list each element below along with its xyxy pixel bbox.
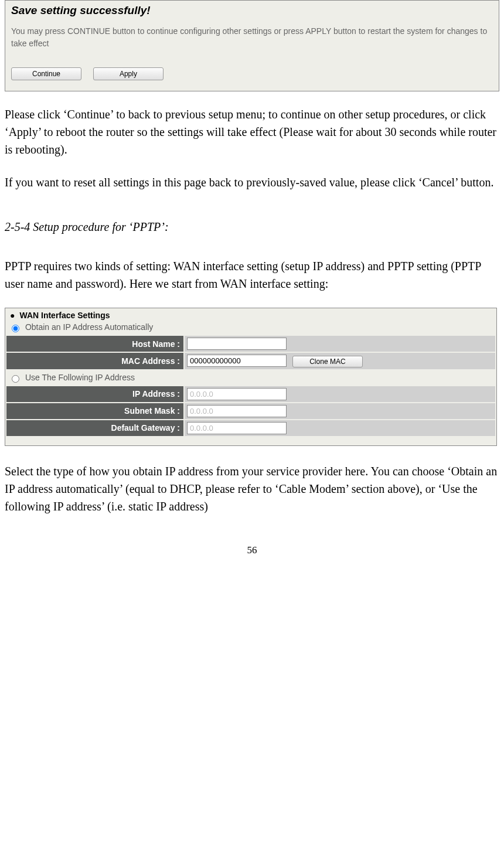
bullet-icon: ● bbox=[10, 311, 15, 320]
radio-use-static-label: Use The Following IP Address bbox=[25, 373, 135, 382]
subnet-mask-label: Subnet Mask : bbox=[6, 403, 183, 419]
page-number: 56 bbox=[5, 544, 499, 556]
save-success-dialog: Save setting successfully! You may press… bbox=[5, 0, 499, 91]
section-heading-pptp: 2-5-4 Setup procedure for ‘PPTP’: bbox=[5, 220, 499, 234]
radio-row-auto[interactable]: Obtain an IP Address Automatically bbox=[5, 320, 496, 335]
paragraph-cancel: If you want to reset all settings in thi… bbox=[5, 173, 499, 191]
dialog-text: You may press CONTINUE button to continu… bbox=[11, 25, 493, 50]
apply-button[interactable]: Apply bbox=[93, 67, 164, 80]
radio-obtain-auto[interactable] bbox=[12, 325, 19, 332]
clone-mac-button[interactable]: Clone MAC bbox=[292, 356, 363, 367]
host-name-input[interactable] bbox=[187, 338, 287, 350]
paragraph-continue-apply: Please click ‘Continue’ to back to previ… bbox=[5, 105, 499, 158]
host-name-label: Host Name : bbox=[6, 336, 183, 352]
wan-interface-settings-panel: ●WAN Interface Settings Obtain an IP Add… bbox=[5, 308, 497, 446]
ip-address-label: IP Address : bbox=[6, 386, 183, 402]
wan-auto-table: Host Name : MAC Address : Clone MAC bbox=[5, 335, 496, 370]
wan-panel-title: ●WAN Interface Settings bbox=[5, 308, 496, 320]
wan-static-table: IP Address : Subnet Mask : Default Gatew… bbox=[5, 385, 496, 437]
mac-address-label: MAC Address : bbox=[6, 353, 183, 369]
radio-obtain-auto-label: Obtain an IP Address Automatically bbox=[25, 322, 153, 332]
dialog-title: Save setting successfully! bbox=[11, 4, 493, 17]
subnet-mask-input[interactable] bbox=[187, 405, 287, 417]
default-gateway-label: Default Gateway : bbox=[6, 420, 183, 436]
continue-button[interactable]: Continue bbox=[11, 67, 81, 80]
paragraph-pptp-intro: PPTP requires two kinds of setting: WAN … bbox=[5, 257, 499, 292]
mac-address-input[interactable] bbox=[187, 355, 287, 367]
radio-row-static[interactable]: Use The Following IP Address bbox=[5, 370, 496, 385]
ip-address-input[interactable] bbox=[187, 388, 287, 400]
paragraph-select-type: Select the type of how you obtain IP add… bbox=[5, 462, 499, 515]
radio-use-static[interactable] bbox=[12, 375, 19, 383]
default-gateway-input[interactable] bbox=[187, 422, 287, 434]
